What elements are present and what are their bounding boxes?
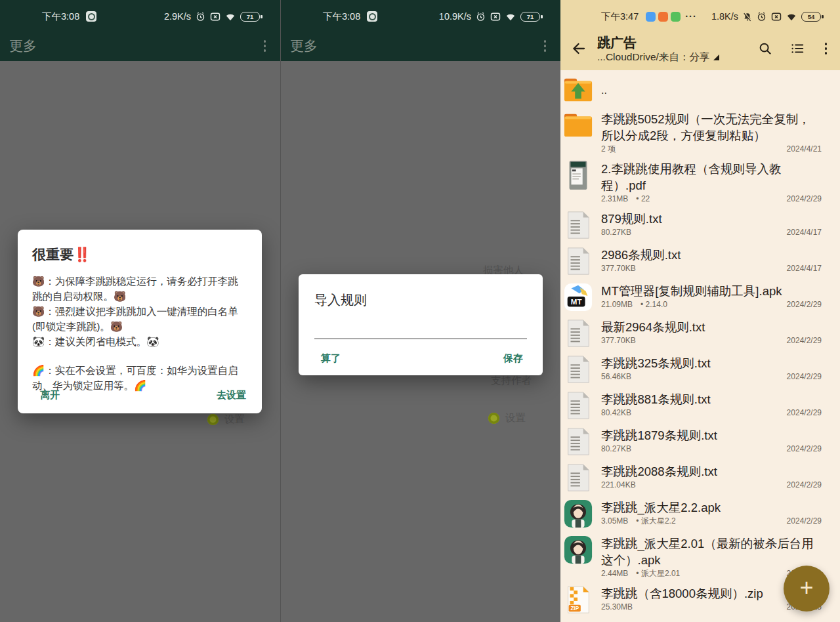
sim-x-icon	[771, 12, 782, 21]
sim-x-icon	[490, 12, 501, 21]
file-row[interactable]: 李跳跳325条规则.txt 56.46KB 2024/2/29	[560, 352, 840, 388]
path-dropdown-icon	[713, 54, 719, 60]
clock-text: 下午3:47	[601, 10, 639, 23]
title-block[interactable]: 跳广告 ...CloudDrive/来自：分享	[597, 35, 750, 63]
rule-input[interactable]	[314, 325, 527, 339]
file-row[interactable]: 李跳跳5052规则（一次无法完全复制，所以分成2段，方便复制粘贴） 2 项 20…	[560, 108, 840, 157]
file-row[interactable]: 规则328.txt 59.06KB 2024/4/17	[560, 618, 840, 622]
app-icon-blue	[646, 12, 656, 22]
mt-icon: MT	[563, 282, 593, 312]
file-date: 2024/2/29	[787, 408, 822, 418]
app-icon-green	[671, 12, 681, 22]
overflow-menu-icon[interactable]	[261, 37, 269, 54]
txt-icon	[563, 390, 593, 421]
file-row[interactable]: 李跳跳881条规则.txt 80.42KB 2024/2/29	[560, 388, 840, 424]
wifi-icon	[786, 12, 797, 21]
settings-dot-icon	[488, 413, 499, 424]
file-size: 21.09MB • 2.14.0	[601, 300, 667, 310]
file-name: 李跳跳325条规则.txt	[601, 355, 822, 371]
file-row[interactable]: 最新2964条规则.txt 377.70KB 2024/2/29	[560, 316, 840, 352]
file-name: 李跳跳5052规则（一次无法完全复制，所以分成2段，方便复制粘贴）	[601, 111, 822, 144]
file-name: 李跳跳_派大星2.01（最新的被杀后台用这个）.apk	[601, 535, 822, 568]
mid-statusbar: 下午3:08 10.9K/s 71	[281, 0, 560, 30]
file-date: 2024/4/21	[787, 144, 822, 154]
battery-icon: 71	[240, 12, 260, 22]
folder-title: 跳广告	[597, 35, 750, 51]
notification-app-icon	[367, 11, 377, 22]
left-statusbar: 下午3:08 2.9K/s 71	[0, 0, 280, 30]
file-date: 2024/2/29	[787, 372, 822, 382]
dialog-paragraph	[32, 349, 247, 363]
sim-x-icon	[210, 12, 220, 21]
file-name: 最新2964条规则.txt	[601, 319, 822, 335]
file-name: 879规则.txt	[601, 211, 822, 227]
save-button[interactable]: 保存	[503, 352, 523, 365]
dialog-title: 很重要‼️	[32, 245, 247, 264]
file-row[interactable]: 879规则.txt 80.27KB 2024/4/17	[560, 207, 840, 243]
overflow-menu-icon[interactable]	[822, 40, 830, 57]
girl-icon	[563, 499, 593, 529]
wifi-icon	[505, 12, 516, 21]
file-row[interactable]: 李跳跳1879条规则.txt 80.27KB 2024/2/29	[560, 424, 840, 460]
file-date: 2024/2/29	[787, 516, 822, 526]
clock-text: 下午3:08	[42, 10, 79, 23]
folder-up-icon	[563, 75, 593, 105]
svg-text:ZIP: ZIP	[570, 606, 579, 612]
import-rules-dialog: 导入规则 算了 保存	[299, 274, 543, 375]
txt-icon	[563, 463, 593, 493]
more-notifications: ···	[685, 11, 697, 22]
file-row[interactable]: MT MT管理器[复制规则辅助工具].apk 21.09MB • 2.14.0 …	[560, 280, 840, 316]
ghost-settings-item: 设置	[488, 411, 526, 425]
go-settings-button[interactable]: 去设置	[217, 389, 246, 402]
file-row[interactable]: 李跳跳2088条规则.txt 221.04KB 2024/2/29	[560, 460, 840, 496]
overflow-menu-icon[interactable]	[541, 37, 549, 54]
plus-icon: +	[799, 576, 813, 600]
back-button[interactable]	[568, 38, 589, 59]
zip-icon: ZIP	[563, 585, 593, 615]
file-size: 221.04KB	[601, 480, 636, 490]
mid-appbar: 更多	[281, 30, 560, 62]
screen-left: 下午3:08 2.9K/s 71 更多 设置	[0, 0, 280, 622]
add-fab-button[interactable]: +	[784, 566, 830, 612]
file-size: 56.46KB	[601, 372, 631, 382]
important-dialog: 很重要‼️ 🐻：为保障李跳跳稳定运行，请务必打开李跳跳的自启动权限。🐻🐻：强烈建…	[18, 230, 262, 413]
forget-it-button[interactable]: 算了	[321, 352, 341, 365]
alarm-icon	[476, 12, 486, 22]
file-row[interactable]: 2.李跳跳使用教程（含规则导入教程）.pdf 2.31MB • 22 2024/…	[560, 157, 840, 207]
file-name: 李跳跳1879条规则.txt	[601, 427, 822, 444]
clock-text: 下午3:08	[323, 10, 360, 23]
mute-icon	[743, 12, 752, 22]
view-list-icon[interactable]	[790, 41, 805, 56]
search-icon[interactable]	[758, 41, 772, 56]
leave-button[interactable]: 离开	[40, 389, 60, 402]
network-speed: 2.9K/s	[164, 11, 191, 22]
dialog-paragraph: 🐻：为保障李跳跳稳定运行，请务必打开李跳跳的自启动权限。🐻	[32, 274, 247, 304]
file-row[interactable]: 2986条规则.txt 377.70KB 2024/4/17	[560, 243, 840, 280]
file-name: 2.李跳跳使用教程（含规则导入教程）.pdf	[601, 161, 822, 194]
file-row[interactable]: ..	[560, 72, 840, 108]
pdf-icon	[563, 160, 593, 190]
dialog-paragraph: 🐻：强烈建议把李跳跳加入一键清理的白名单(即锁定李跳跳)。🐻	[32, 304, 247, 334]
file-size: 2.44MB • 派大星2.01	[601, 569, 680, 579]
left-header: 下午3:08 2.9K/s 71 更多	[0, 0, 280, 61]
file-name: 李跳跳2088条规则.txt	[601, 463, 822, 480]
file-row[interactable]: 李跳跳_派大星2.2.apk 3.05MB • 派大星2.2 2024/2/29	[560, 496, 840, 532]
alarm-icon	[196, 12, 205, 22]
breadcrumb[interactable]: ...CloudDrive/来自：分享	[597, 51, 750, 63]
txt-icon	[563, 426, 593, 457]
dialog-title: 导入规则	[314, 291, 527, 309]
alert-mark: ‼️	[74, 247, 91, 262]
settings-dot-icon	[207, 414, 219, 425]
file-date: 2024/2/29	[787, 300, 822, 310]
folder-icon	[563, 110, 593, 140]
file-size: 80.27KB	[601, 228, 631, 238]
dialog-paragraph: 🌈：实在不会设置，可百度：如华为设置自启动、华为锁定应用等。🌈	[32, 363, 247, 393]
file-size: 3.05MB • 派大星2.2	[601, 516, 676, 526]
file-name: 李跳跳_派大星2.2.apk	[601, 499, 822, 516]
ghost-menu-item: 支持作者	[491, 374, 532, 388]
app-icon-orange	[658, 12, 668, 22]
txt-icon	[563, 354, 593, 384]
wifi-icon	[225, 12, 236, 21]
notification-app-icons: ···	[646, 11, 697, 22]
file-size: 377.70KB	[601, 264, 636, 274]
